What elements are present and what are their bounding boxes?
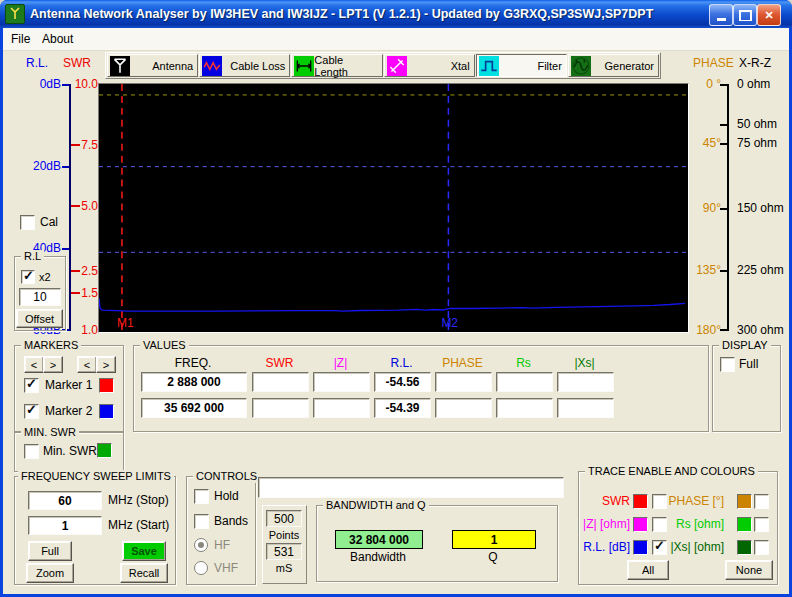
swr-tick-label: 10.0 [72, 78, 98, 91]
marker2-xs-field [557, 398, 614, 418]
ohm-tick [720, 84, 729, 86]
trace-group-title: TRACE ENABLE AND COLOURS [585, 465, 758, 478]
x2-checkbox[interactable] [21, 270, 35, 284]
antenna-button-label: Antenna [152, 60, 193, 72]
cable-loss-button-label: Cable Loss [230, 60, 285, 72]
ohm-tick-label: 225 ohm [737, 264, 784, 277]
sweep-zoom-button[interactable]: Zoom [26, 563, 74, 583]
trace-swr-swatch[interactable] [633, 494, 648, 509]
antenna-button[interactable]: Antenna [107, 54, 198, 77]
db-tick-label: 0dB [27, 78, 61, 91]
swr-tick-label: 1.0 [72, 324, 98, 337]
trace-xs-swatch[interactable] [737, 540, 752, 555]
controls-group-title: CONTROLS [193, 470, 260, 483]
bands-checkbox[interactable] [194, 514, 209, 529]
marker2-color-swatch[interactable] [99, 404, 114, 419]
ohm-tick-label: 300 ohm [737, 324, 784, 337]
marker1-freq-field[interactable]: 2 888 000 [141, 372, 247, 392]
marker2-checkbox[interactable] [24, 404, 39, 419]
cable-length-button[interactable]: Cable Length [291, 54, 382, 77]
ohm-tick-label: 50 ohm [737, 118, 777, 131]
menu-about[interactable]: About [38, 32, 77, 46]
db-tick [62, 166, 69, 168]
values-header-rl: R.L. [374, 357, 429, 370]
db-tick [62, 248, 69, 250]
vhf-radio[interactable] [194, 561, 208, 575]
ohm-tick-label: 150 ohm [737, 202, 784, 215]
min-swr-color-swatch[interactable] [97, 443, 112, 458]
marker2-next-button[interactable]: > [96, 356, 116, 373]
marker1-swr-field [252, 372, 309, 392]
start-freq-input[interactable]: 1 [28, 516, 102, 535]
trace-all-button[interactable]: All [627, 560, 669, 580]
app-icon[interactable] [5, 4, 25, 24]
trace-z-swatch[interactable] [633, 517, 648, 532]
antenna-icon [110, 56, 130, 76]
cable-loss-button[interactable]: Cable Loss [199, 54, 290, 77]
trace-rs-swatch[interactable] [737, 517, 752, 532]
bandwidth-value: 32 804 000 [335, 530, 423, 549]
marker2-z-field [313, 398, 370, 418]
minimize-button[interactable] [709, 4, 733, 26]
trace-xs-label: |Xs| [ohm] [662, 541, 724, 554]
marker1-next-button[interactable]: > [43, 356, 63, 373]
close-button[interactable]: ✕ [757, 4, 781, 26]
sweep-recall-button[interactable]: Recall [120, 563, 168, 583]
points-label: Points [264, 529, 304, 542]
trace-xs-checkbox[interactable] [754, 540, 769, 555]
marker2-label: Marker 2 [45, 405, 92, 418]
sweep-time-value: 531 [266, 543, 302, 560]
marker2-prev-button[interactable]: < [77, 356, 97, 373]
marker2-phase-field [435, 398, 492, 418]
swr-tick-label: 7.5 [72, 139, 98, 152]
values-header-xs: |Xs| [557, 357, 612, 370]
marker2-freq-field[interactable]: 35 692 000 [141, 398, 247, 418]
bands-label: Bands [214, 515, 248, 528]
values-header-swr: SWR [252, 357, 307, 370]
trace-phase-swatch[interactable] [737, 494, 752, 509]
plot-area[interactable]: M1 M2 [98, 83, 689, 333]
cal-checkbox[interactable] [20, 215, 35, 230]
hf-radio[interactable] [194, 538, 208, 552]
points-value: 500 [266, 510, 302, 527]
rl-offset-input[interactable]: 10 [19, 288, 61, 306]
xtal-button[interactable]: Xtal [384, 54, 475, 77]
values-header-rs: Rs [496, 357, 551, 370]
values-header-freq: FREQ. [141, 357, 245, 370]
rl-offset-group-title: R.L [21, 250, 44, 263]
marker1-color-swatch[interactable] [99, 378, 114, 393]
trace-swr-label: SWR [578, 495, 630, 508]
maximize-button[interactable] [733, 4, 757, 26]
command-input[interactable] [258, 477, 564, 498]
swr-tick-label: 5.0 [72, 200, 98, 213]
generator-button-label: Generator [605, 60, 655, 72]
ohm-tick [720, 124, 729, 126]
trace-rs-checkbox[interactable] [754, 517, 769, 532]
phase-tick-label: 45° [693, 137, 721, 150]
min-swr-checkbox[interactable] [24, 444, 39, 459]
window-title: Antenna Network Analyser by IW3HEV and I… [30, 7, 653, 21]
sweep-save-button[interactable]: Save [122, 541, 166, 561]
marker1-prev-button[interactable]: < [24, 356, 44, 373]
marker1-checkbox[interactable] [24, 378, 39, 393]
offset-button[interactable]: Offset [16, 309, 63, 328]
generator-button[interactable]: Generator [568, 54, 659, 77]
display-group-title: DISPLAY [719, 339, 771, 352]
trace-none-button[interactable]: None [725, 560, 773, 580]
phase-tick-label: 90° [693, 202, 721, 215]
marker1-xs-field [557, 372, 614, 392]
hold-checkbox[interactable] [194, 489, 209, 504]
trace-phase-checkbox[interactable] [754, 494, 769, 509]
display-full-checkbox[interactable] [720, 357, 735, 372]
generator-icon [571, 56, 591, 76]
sweep-full-button[interactable]: Full [28, 541, 72, 561]
menu-file[interactable]: File [7, 32, 34, 46]
trace-rs-label: Rs [ohm] [662, 518, 724, 531]
q-label: Q [452, 551, 534, 564]
vhf-label: VHF [214, 562, 238, 575]
filter-button[interactable]: Filter [476, 54, 567, 77]
xrz-axis-header: X-R-Z [739, 57, 771, 70]
trace-rl-swatch[interactable] [633, 540, 648, 555]
stop-freq-input[interactable]: 60 [28, 491, 102, 510]
toolbar: Antenna Cable Loss Cable Length Xtal Fil… [105, 52, 661, 79]
